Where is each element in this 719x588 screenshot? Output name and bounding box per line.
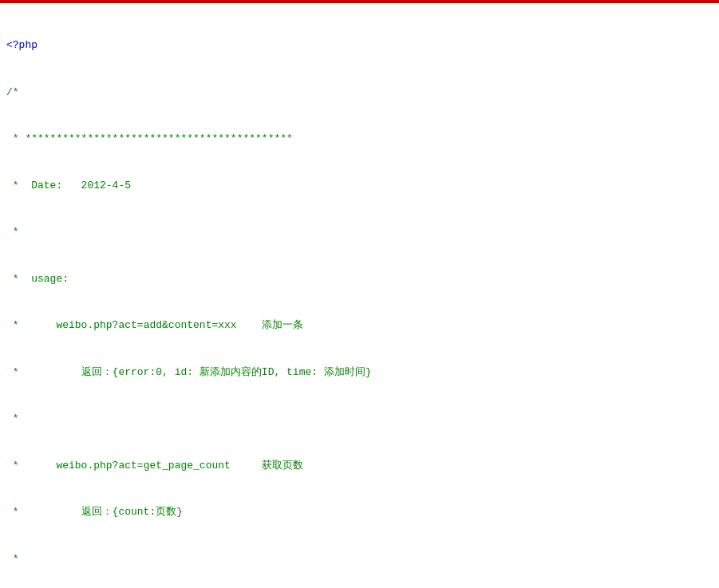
code-block[interactable]: <?php /* * *****************************… [0,3,719,588]
code-container: <?php /* * *****************************… [0,0,719,588]
